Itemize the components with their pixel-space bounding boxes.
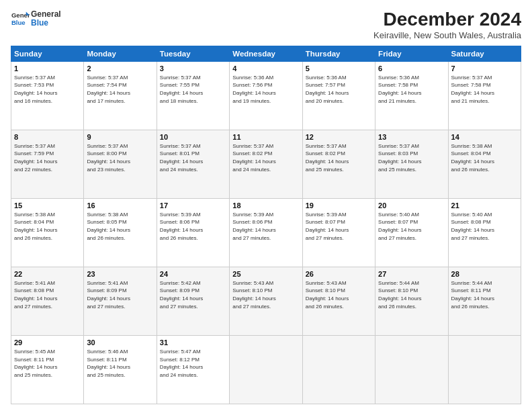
- day-number: 18: [232, 201, 299, 210]
- page: General Blue General Blue December 2024 …: [0, 0, 532, 411]
- day-number: 19: [306, 201, 372, 210]
- calendar-table: SundayMondayTuesdayWednesdayThursdayFrid…: [11, 46, 521, 404]
- day-info: Sunrise: 5:38 AM Sunset: 8:04 PM Dayligh…: [451, 142, 518, 173]
- table-row: 19Sunrise: 5:39 AM Sunset: 8:07 PM Dayli…: [302, 198, 375, 267]
- day-number: 13: [378, 133, 445, 141]
- day-info: Sunrise: 5:37 AM Sunset: 7:55 PM Dayligh…: [160, 74, 226, 105]
- day-info: Sunrise: 5:39 AM Sunset: 8:06 PM Dayligh…: [232, 211, 299, 242]
- day-info: Sunrise: 5:37 AM Sunset: 7:54 PM Dayligh…: [87, 74, 153, 105]
- day-number: 23: [87, 270, 153, 278]
- day-info: Sunrise: 5:45 AM Sunset: 8:11 PM Dayligh…: [14, 348, 81, 379]
- day-number: 21: [451, 201, 518, 210]
- table-row: 9Sunrise: 5:37 AM Sunset: 8:00 PM Daylig…: [84, 130, 157, 198]
- table-row: 12Sunrise: 5:37 AM Sunset: 8:02 PM Dayli…: [302, 130, 375, 198]
- day-info: Sunrise: 5:36 AM Sunset: 7:56 PM Dayligh…: [232, 74, 299, 105]
- calendar-title: December 2024: [373, 9, 521, 30]
- table-row: 14Sunrise: 5:38 AM Sunset: 8:04 PM Dayli…: [448, 130, 521, 198]
- calendar-subtitle: Keiraville, New South Wales, Australia: [373, 30, 521, 40]
- table-row: 27Sunrise: 5:44 AM Sunset: 8:10 PM Dayli…: [375, 267, 448, 335]
- weekday-header: Friday: [375, 46, 448, 61]
- day-number: 3: [160, 64, 226, 73]
- table-row: 11Sunrise: 5:37 AM Sunset: 8:02 PM Dayli…: [230, 130, 302, 198]
- table-row: 16Sunrise: 5:38 AM Sunset: 8:05 PM Dayli…: [84, 198, 157, 267]
- day-info: Sunrise: 5:42 AM Sunset: 8:09 PM Dayligh…: [160, 279, 226, 310]
- logo-text-blue: Blue: [31, 19, 61, 28]
- table-row: 24Sunrise: 5:42 AM Sunset: 8:09 PM Dayli…: [157, 267, 229, 335]
- day-info: Sunrise: 5:41 AM Sunset: 8:09 PM Dayligh…: [87, 279, 153, 310]
- table-row: 23Sunrise: 5:41 AM Sunset: 8:09 PM Dayli…: [84, 267, 157, 335]
- day-info: Sunrise: 5:41 AM Sunset: 8:08 PM Dayligh…: [14, 279, 81, 310]
- day-info: Sunrise: 5:37 AM Sunset: 8:03 PM Dayligh…: [378, 142, 445, 173]
- table-row: 21Sunrise: 5:40 AM Sunset: 8:08 PM Dayli…: [448, 198, 521, 267]
- day-info: Sunrise: 5:46 AM Sunset: 8:11 PM Dayligh…: [87, 348, 153, 379]
- table-row: 13Sunrise: 5:37 AM Sunset: 8:03 PM Dayli…: [375, 130, 448, 198]
- table-row: [302, 335, 375, 404]
- day-number: 26: [306, 270, 372, 278]
- day-number: 29: [14, 338, 81, 347]
- svg-text:Blue: Blue: [11, 19, 26, 26]
- weekday-header: Sunday: [11, 46, 84, 61]
- day-info: Sunrise: 5:44 AM Sunset: 8:11 PM Dayligh…: [451, 279, 518, 310]
- day-info: Sunrise: 5:37 AM Sunset: 8:01 PM Dayligh…: [160, 142, 226, 173]
- table-row: 6Sunrise: 5:36 AM Sunset: 7:58 PM Daylig…: [375, 61, 448, 130]
- day-number: 28: [451, 270, 518, 278]
- day-number: 25: [232, 270, 299, 278]
- day-info: Sunrise: 5:36 AM Sunset: 7:58 PM Dayligh…: [378, 74, 445, 105]
- title-block: December 2024 Keiraville, New South Wale…: [373, 9, 521, 40]
- day-info: Sunrise: 5:39 AM Sunset: 8:06 PM Dayligh…: [160, 211, 226, 242]
- table-row: 10Sunrise: 5:37 AM Sunset: 8:01 PM Dayli…: [157, 130, 229, 198]
- table-row: 7Sunrise: 5:37 AM Sunset: 7:58 PM Daylig…: [448, 61, 521, 130]
- day-number: 22: [14, 270, 81, 278]
- day-info: Sunrise: 5:37 AM Sunset: 7:58 PM Dayligh…: [451, 74, 518, 105]
- table-row: 3Sunrise: 5:37 AM Sunset: 7:55 PM Daylig…: [157, 61, 229, 130]
- table-row: 20Sunrise: 5:40 AM Sunset: 8:07 PM Dayli…: [375, 198, 448, 267]
- day-number: 16: [87, 201, 153, 210]
- table-row: 2Sunrise: 5:37 AM Sunset: 7:54 PM Daylig…: [84, 61, 157, 130]
- day-number: 15: [14, 201, 81, 210]
- day-number: 2: [87, 64, 153, 73]
- day-info: Sunrise: 5:43 AM Sunset: 8:10 PM Dayligh…: [232, 279, 299, 310]
- day-info: Sunrise: 5:38 AM Sunset: 8:04 PM Dayligh…: [14, 211, 81, 242]
- day-info: Sunrise: 5:37 AM Sunset: 8:00 PM Dayligh…: [87, 142, 153, 173]
- day-info: Sunrise: 5:37 AM Sunset: 8:02 PM Dayligh…: [232, 142, 299, 173]
- weekday-header: Thursday: [302, 46, 375, 61]
- table-row: 4Sunrise: 5:36 AM Sunset: 7:56 PM Daylig…: [230, 61, 302, 130]
- day-info: Sunrise: 5:43 AM Sunset: 8:10 PM Dayligh…: [306, 279, 372, 310]
- table-row: 8Sunrise: 5:37 AM Sunset: 7:59 PM Daylig…: [11, 130, 84, 198]
- day-info: Sunrise: 5:44 AM Sunset: 8:10 PM Dayligh…: [378, 279, 445, 310]
- table-row: 26Sunrise: 5:43 AM Sunset: 8:10 PM Dayli…: [302, 267, 375, 335]
- table-row: 1Sunrise: 5:37 AM Sunset: 7:53 PM Daylig…: [11, 61, 84, 130]
- day-number: 31: [160, 338, 226, 347]
- day-number: 9: [87, 133, 153, 141]
- day-info: Sunrise: 5:37 AM Sunset: 7:59 PM Dayligh…: [14, 142, 81, 173]
- table-row: 28Sunrise: 5:44 AM Sunset: 8:11 PM Dayli…: [448, 267, 521, 335]
- day-info: Sunrise: 5:38 AM Sunset: 8:05 PM Dayligh…: [87, 211, 153, 242]
- weekday-header: Tuesday: [157, 46, 229, 61]
- table-row: 15Sunrise: 5:38 AM Sunset: 8:04 PM Dayli…: [11, 198, 84, 267]
- table-row: 30Sunrise: 5:46 AM Sunset: 8:11 PM Dayli…: [84, 335, 157, 404]
- table-row: 25Sunrise: 5:43 AM Sunset: 8:10 PM Dayli…: [230, 267, 302, 335]
- weekday-header: Monday: [84, 46, 157, 61]
- table-row: [230, 335, 302, 404]
- day-number: 17: [160, 201, 226, 210]
- weekday-header: Wednesday: [230, 46, 302, 61]
- table-row: [448, 335, 521, 404]
- day-number: 11: [232, 133, 299, 141]
- table-row: 29Sunrise: 5:45 AM Sunset: 8:11 PM Dayli…: [11, 335, 84, 404]
- table-row: [375, 335, 448, 404]
- day-info: Sunrise: 5:40 AM Sunset: 8:07 PM Dayligh…: [378, 211, 445, 242]
- weekday-header: Saturday: [448, 46, 521, 61]
- table-row: 17Sunrise: 5:39 AM Sunset: 8:06 PM Dayli…: [157, 198, 229, 267]
- day-info: Sunrise: 5:40 AM Sunset: 8:08 PM Dayligh…: [451, 211, 518, 242]
- day-number: 20: [378, 201, 445, 210]
- day-info: Sunrise: 5:39 AM Sunset: 8:07 PM Dayligh…: [306, 211, 372, 242]
- day-number: 12: [306, 133, 372, 141]
- table-row: 5Sunrise: 5:36 AM Sunset: 7:57 PM Daylig…: [302, 61, 375, 130]
- day-number: 7: [451, 64, 518, 73]
- day-number: 14: [451, 133, 518, 141]
- day-info: Sunrise: 5:47 AM Sunset: 8:12 PM Dayligh…: [160, 348, 226, 379]
- day-number: 4: [232, 64, 299, 73]
- table-row: 18Sunrise: 5:39 AM Sunset: 8:06 PM Dayli…: [230, 198, 302, 267]
- day-number: 5: [306, 64, 372, 73]
- day-info: Sunrise: 5:37 AM Sunset: 7:53 PM Dayligh…: [14, 74, 81, 105]
